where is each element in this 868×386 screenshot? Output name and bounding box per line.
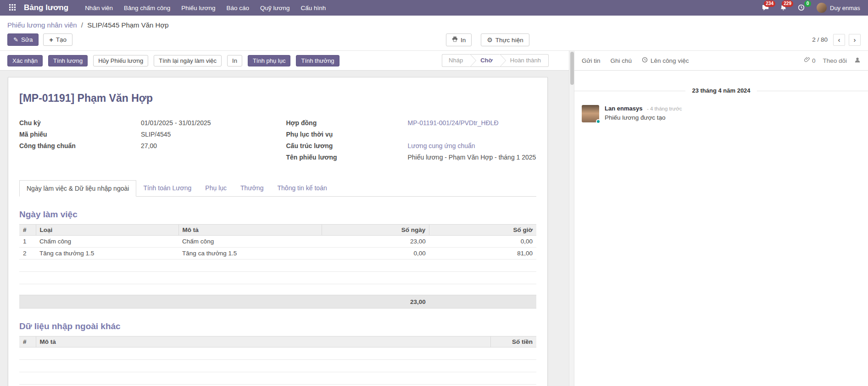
gear-icon: ⚙: [487, 37, 493, 43]
menu-item-phieu-luong[interactable]: Phiếu lương: [177, 1, 220, 15]
field-value-salary-structure-link[interactable]: Lương cung ứng chuẩn: [408, 140, 475, 152]
column-header-hours[interactable]: Số giờ: [429, 225, 536, 236]
cell-hours: 81,00: [429, 248, 536, 259]
activities-button[interactable]: 0: [795, 2, 810, 13]
field-value-standard-days: 27,00: [141, 140, 157, 152]
field-label-slip-code: Mã phiếu: [19, 129, 141, 140]
create-button-label: Tạo: [56, 36, 67, 43]
table-row[interactable]: 1 Chấm công Chấm công 23,00 0,00: [19, 236, 536, 248]
message-body: Phiếu lương được tạo: [605, 114, 682, 121]
control-panel-buttons: ✎ Sửa + Tạo In ⚙ Thực hiện: [0, 30, 868, 50]
user-name: Duy enmas: [830, 5, 862, 11]
edit-button[interactable]: ✎ Sửa: [7, 33, 39, 46]
vertical-scrollbar[interactable]: [569, 51, 574, 386]
create-button[interactable]: + Tạo: [43, 33, 72, 46]
column-header-amount[interactable]: Số tiền: [491, 336, 536, 347]
pager-previous-button[interactable]: ‹: [833, 34, 845, 46]
column-header-type[interactable]: Loại: [36, 225, 178, 236]
statusbar-buttons: Xác nhận Tính lương Hủy Phiếu lương Tính…: [7, 55, 339, 66]
log-note-button[interactable]: Ghi chú: [611, 57, 632, 64]
cell-days: 23,00: [322, 236, 429, 248]
breadcrumb-current: SLIP/4545 Phạm Văn Hợp: [87, 21, 168, 29]
sheet-scroll-area: [MP-01191] Phạm Văn Hợp Chu kỳ 01/01/202…: [0, 71, 569, 386]
empty-row: [19, 272, 536, 284]
column-header-description[interactable]: Mô tả: [178, 225, 322, 236]
follow-button[interactable]: Theo dõi: [823, 57, 847, 64]
tab-worked-days[interactable]: Ngày làm việc & Dữ liệu nhập ngoài: [19, 180, 136, 197]
cancel-payslip-button[interactable]: Hủy Phiếu lương: [93, 55, 148, 66]
status-step-done[interactable]: Hoàn thành: [500, 54, 549, 67]
app-name: Bảng lương: [24, 3, 68, 12]
menu-item-bang-cham-cong[interactable]: Bảng chấm công: [119, 1, 175, 15]
clock-icon: [798, 4, 805, 12]
message-author-avatar[interactable]: [582, 105, 599, 122]
field-label-seasonal-appendix: Phụ lục thời vụ: [286, 129, 408, 140]
messages-button[interactable]: 234: [759, 2, 774, 13]
schedule-activity-button[interactable]: Lên công việc: [642, 57, 689, 64]
recompute-worked-days-button[interactable]: Tính lại ngày làm việc: [154, 55, 222, 66]
empty-row: [19, 360, 536, 372]
menu-item-bao-cao[interactable]: Báo cáo: [222, 1, 254, 15]
compute-bonus-button[interactable]: Tính thưởng: [296, 55, 339, 66]
empty-row: [19, 259, 536, 272]
attachments-button[interactable]: 0: [804, 57, 816, 64]
followers-button[interactable]: [854, 57, 861, 65]
cell-type: Chấm công: [36, 236, 178, 248]
worked-days-total-row: 23,00: [19, 295, 536, 309]
compute-salary-button[interactable]: Tính lương: [48, 55, 88, 66]
tab-salary-computation[interactable]: Tính toán Lương: [136, 180, 198, 197]
pager-next-button[interactable]: ›: [849, 34, 861, 46]
message-date-divider: 23 tháng 4 năm 2024: [574, 87, 868, 94]
action-button[interactable]: ⚙ Thực hiện: [481, 33, 529, 46]
pencil-icon: ✎: [13, 37, 18, 43]
clock-icon: [642, 57, 648, 64]
cell-type: Tăng ca thưởng 1.5: [36, 248, 178, 259]
empty-row: [19, 347, 536, 360]
tab-appendix[interactable]: Phụ lục: [198, 180, 234, 197]
notebook-tabs: Ngày làm việc & Dữ liệu nhập ngoài Tính …: [19, 180, 536, 197]
empty-row: [19, 372, 536, 385]
cell-index: 2: [19, 248, 36, 259]
top-menu: Nhân viên Bảng chấm công Phiếu lương Báo…: [80, 1, 330, 15]
tab-bonus[interactable]: Thưởng: [234, 180, 270, 197]
messages-badge: 234: [764, 0, 775, 7]
status-step-draft[interactable]: Nháp: [442, 54, 470, 67]
column-header-index: #: [19, 225, 36, 236]
print-button[interactable]: In: [446, 33, 472, 46]
activities-badge: 0: [804, 0, 811, 7]
other-inputs-section-title: Dữ liệu nhập ngoài khác: [19, 321, 536, 331]
cell-hours: 0,00: [429, 236, 536, 248]
scrollbar-thumb[interactable]: [570, 52, 574, 85]
control-panel: Phiếu lương nhân viên / SLIP/4545 Phạm V…: [0, 16, 868, 50]
statusbar-print-button[interactable]: In: [227, 55, 242, 66]
worked-days-table: # Loại Mô tả Số ngày Số giờ 1 Chấm công: [19, 224, 536, 309]
worked-days-total-value: 23,00: [322, 295, 429, 309]
tab-accounting-info[interactable]: Thông tin kế toán: [271, 180, 334, 197]
menu-item-cau-hinh[interactable]: Cấu hình: [296, 1, 330, 15]
apps-menu-button[interactable]: [6, 2, 19, 14]
compute-appendix-button[interactable]: Tính phụ lục: [248, 55, 291, 66]
table-row[interactable]: 2 Tăng ca thưởng 1.5 Tăng ca thưởng 1.5 …: [19, 248, 536, 259]
user-menu[interactable]: Duy enmas: [813, 3, 862, 13]
message-author-name[interactable]: Lan enmasys: [605, 105, 642, 112]
paperclip-icon: [804, 57, 810, 64]
confirm-button[interactable]: Xác nhận: [7, 55, 43, 66]
action-button-label: Thực hiện: [495, 37, 523, 44]
field-label-contract: Hợp đồng: [286, 117, 408, 129]
field-value-period: 01/01/2025 - 31/01/2025: [141, 117, 211, 129]
cell-days: 0,00: [322, 248, 429, 259]
breadcrumb-parent-link[interactable]: Phiếu lương nhân viên: [7, 21, 77, 29]
printer-icon: [452, 36, 458, 44]
record-title: [MP-01191] Phạm Văn Hợp: [19, 92, 536, 105]
send-message-button[interactable]: Gửi tin: [582, 57, 601, 64]
message-date-label: 23 tháng 4 năm 2024: [685, 87, 757, 94]
menu-item-quy-luong[interactable]: Quỹ lương: [256, 1, 294, 15]
statusbar: Xác nhận Tính lương Hủy Phiếu lương Tính…: [0, 51, 569, 71]
column-header-days[interactable]: Số ngày: [322, 225, 429, 236]
menu-item-nhan-vien[interactable]: Nhân viên: [80, 1, 117, 15]
field-value-contract-link[interactable]: MP-01191-001/24/PVDtr_HĐLĐ: [408, 117, 499, 129]
apps-grid-icon: [9, 4, 16, 12]
cell-index: 1: [19, 236, 36, 248]
column-header-description[interactable]: Mô tả: [36, 336, 491, 347]
notifications-button[interactable]: 229: [777, 2, 792, 13]
